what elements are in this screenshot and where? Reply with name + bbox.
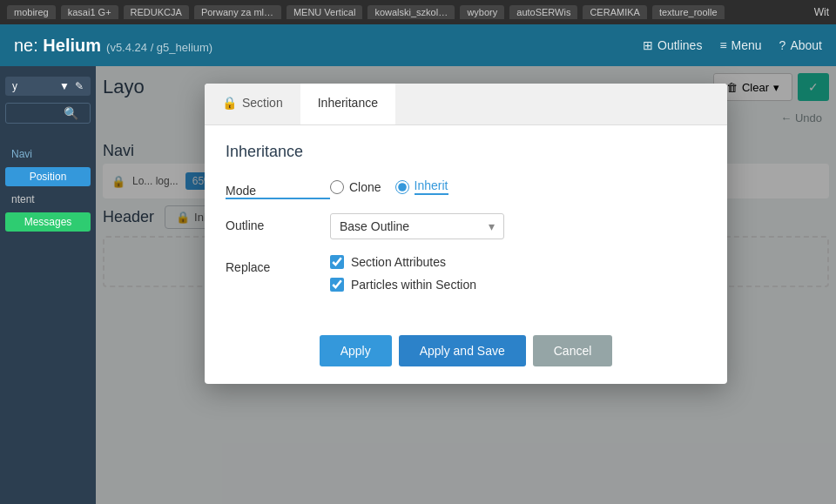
sidebar-selected-label: y — [12, 80, 17, 92]
app-title: ne: Helium(v5.4.24 / g5_helium) — [14, 36, 643, 56]
mode-label: Mode — [226, 178, 330, 198]
apply-button[interactable]: Apply — [320, 335, 392, 366]
tab-porwany[interactable]: Porwany za mlodu — [194, 5, 281, 19]
app-name: Helium — [43, 36, 101, 55]
tab-menu[interactable]: MENU Vertical — [287, 5, 363, 19]
inherit-label: Inherit — [415, 178, 448, 195]
section-attributes-label: Section Attributes — [351, 255, 446, 269]
modal-dialog: 🔒 Section Inheritance Inheritance Mode — [205, 84, 727, 384]
sidebar-item-navi[interactable]: Navi — [0, 144, 96, 164]
sidebar-dropdown[interactable]: y ▼ ✎ — [5, 77, 91, 96]
modal-tabs: 🔒 Section Inheritance — [205, 84, 727, 125]
tab-redukcja[interactable]: REDUKCJA — [124, 5, 189, 19]
clone-radio-option[interactable]: Clone — [330, 180, 381, 194]
outline-row: Outline Base Outline ▾ — [226, 213, 706, 239]
outline-value: Base Outline — [340, 219, 409, 233]
particles-checkbox-option[interactable]: Particles within Section — [330, 278, 476, 292]
app-version: (v5.4.24 / g5_helium) — [106, 41, 212, 54]
search-icon[interactable]: 🔍 — [64, 106, 78, 120]
content-area: Layo 🗑 Clear ▾ ✓ ← Undo Navi 🔒 Lo... log… — [96, 66, 836, 504]
select-arrow-icon: ▾ — [489, 219, 495, 233]
replace-controls: Section Attributes Particles within Sect… — [330, 255, 706, 292]
clone-radio[interactable] — [330, 180, 344, 194]
outline-label: Outline — [226, 213, 330, 232]
inherit-radio[interactable] — [395, 180, 409, 194]
clone-label: Clone — [349, 180, 381, 194]
particles-checkbox[interactable] — [330, 278, 344, 292]
tab-kowalski[interactable]: kowalski_szkolkaG+ — [367, 5, 455, 19]
header-nav: ⊞ Outlines ≡ Menu ? About — [643, 38, 822, 52]
inherit-radio-option[interactable]: Inherit — [395, 178, 448, 195]
section-attributes-checkbox[interactable] — [330, 255, 344, 269]
modal-title: Inheritance — [226, 143, 706, 161]
section-lock-icon: 🔒 — [222, 96, 237, 110]
modal-footer: Apply Apply and Save Cancel — [205, 325, 727, 384]
tab-texture[interactable]: texture_roolle — [652, 5, 725, 19]
nav-outlines[interactable]: ⊞ Outlines — [643, 38, 702, 52]
outline-controls: Base Outline ▾ — [330, 213, 706, 239]
sidebar-search-box: 🔍 — [5, 103, 91, 124]
edit-icon[interactable]: ✎ — [75, 80, 84, 92]
nav-menu[interactable]: ≡ Menu — [719, 38, 761, 52]
app-header: ne: Helium(v5.4.24 / g5_helium) ⊞ Outlin… — [0, 24, 836, 66]
menu-lines-icon: ≡ — [719, 38, 726, 52]
tab-section[interactable]: 🔒 Section — [205, 84, 300, 124]
replace-row: Replace Section Attributes Particles wit… — [226, 255, 706, 292]
sidebar-item-messages[interactable]: Messages — [5, 212, 91, 232]
tab-mobireg[interactable]: mobireg — [7, 5, 56, 19]
browser-tabs-bar: mobireg kasai1 G+ REDUKCJA Porwany za ml… — [0, 0, 836, 24]
section-attributes-checkbox-option[interactable]: Section Attributes — [330, 255, 476, 269]
mode-controls: Clone Inherit — [330, 178, 706, 195]
main-layout: y ▼ ✎ 🔍 Navi Position ntent Messages Lay… — [0, 66, 836, 504]
about-question-icon: ? — [779, 38, 786, 52]
modal-body: Inheritance Mode Clone Inherit — [205, 125, 727, 325]
cancel-button[interactable]: Cancel — [533, 335, 613, 366]
outline-select[interactable]: Base Outline ▾ — [330, 213, 504, 239]
apply-save-button[interactable]: Apply and Save — [399, 335, 526, 366]
modal-overlay: 🔒 Section Inheritance Inheritance Mode — [96, 66, 836, 504]
tab-autoserwis[interactable]: autoSERWis — [509, 5, 577, 19]
particles-label: Particles within Section — [351, 278, 476, 292]
checkbox-group: Section Attributes Particles within Sect… — [330, 255, 476, 292]
outlines-grid-icon: ⊞ — [643, 38, 653, 52]
wit-text: Wit — [814, 6, 829, 18]
search-input[interactable] — [11, 107, 64, 119]
tab-inheritance[interactable]: Inheritance — [300, 84, 395, 124]
dropdown-arrow-icon: ▼ — [59, 80, 70, 92]
sidebar-item-content[interactable]: ntent — [0, 190, 96, 209]
tab-kasai[interactable]: kasai1 G+ — [61, 5, 118, 19]
nav-about[interactable]: ? About — [779, 38, 822, 52]
tab-ceramika[interactable]: CERAMIKA — [583, 5, 646, 19]
tab-wybory[interactable]: wybory — [460, 5, 504, 19]
sidebar-item-position[interactable]: Position — [5, 167, 91, 186]
mode-row: Mode Clone Inherit — [226, 178, 706, 198]
replace-label: Replace — [226, 255, 330, 274]
sidebar: y ▼ ✎ 🔍 Navi Position ntent Messages — [0, 66, 96, 504]
app-name-prefix: ne: — [14, 36, 43, 55]
